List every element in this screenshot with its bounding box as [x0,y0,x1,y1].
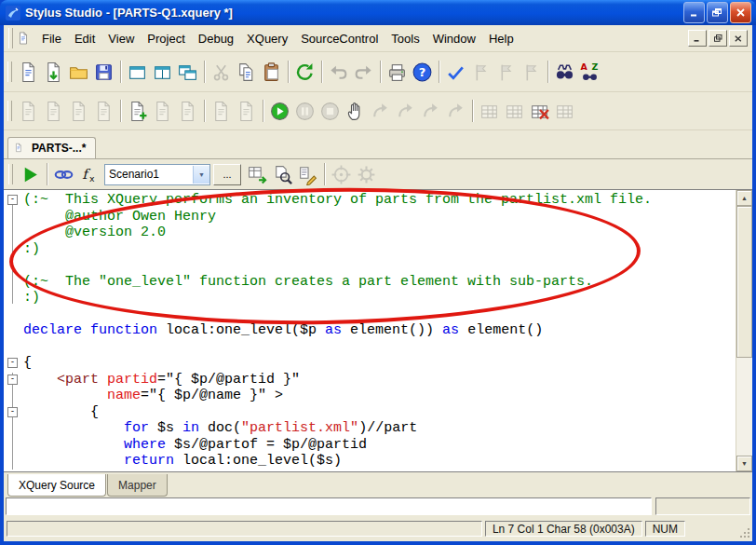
scenario-value: Scenario1 [105,168,193,181]
horizontal-scrollbar[interactable] [6,497,652,515]
scissors-icon [210,61,232,83]
undo-button [326,60,351,85]
scrollbar-thumb[interactable] [736,206,752,358]
scroll-up-icon[interactable]: ▲ [736,190,752,206]
flag-icon [520,61,542,83]
pause-debugging-button [292,99,317,124]
chevron-down-icon[interactable]: ▼ [193,166,209,184]
view-tab-mapper[interactable]: Mapper [107,474,168,497]
close-button[interactable] [730,2,751,23]
menu-item-project[interactable]: Project [141,28,191,49]
edit-mapping-button[interactable] [295,162,320,187]
menu-item-debug[interactable]: Debug [192,28,240,49]
print-button[interactable] [385,60,410,85]
save-button[interactable] [91,60,116,85]
find-button[interactable] [552,60,577,85]
toolbar-grip[interactable] [7,61,12,82]
grid-icon [479,101,500,122]
menu-item-help[interactable]: Help [482,28,520,49]
pause-execution-button[interactable] [343,99,368,124]
scroll-down-icon[interactable]: ▼ [736,456,752,471]
document-tab-label: PARTS-...* [32,142,86,155]
zoomdoc-icon [272,164,293,185]
open-file-button[interactable] [66,60,91,85]
view-tab-xquery-source[interactable]: XQuery Source [7,474,106,497]
preview-window-button[interactable] [270,162,295,187]
menu-item-view[interactable]: View [101,28,141,49]
step-into-button [368,99,393,124]
add-file-button[interactable] [125,99,150,124]
menu-item-xquery[interactable]: XQuery [240,28,294,49]
fold-marker[interactable]: - [7,407,18,417]
run-scenario-button[interactable] [18,162,43,187]
scenario-toolbar: fx Scenario1 ▼ ... [4,159,752,189]
help-button[interactable]: ? [410,60,435,85]
toolbar-separator [321,61,322,83]
stop-debugging-button [317,99,343,124]
scenario-select[interactable]: Scenario1 ▼ [104,164,210,185]
spell-check-button[interactable] [443,60,468,85]
cut-button [209,60,234,85]
fold-marker[interactable]: - [7,195,18,205]
document-tab-bar: PARTS-...* [4,130,752,159]
bookmark-clear-button [519,60,544,85]
fold-marker[interactable]: - [7,358,18,368]
svg-text:x: x [89,173,95,184]
new-window-button[interactable] [125,60,150,85]
toolbar-grip-2[interactable] [7,101,12,121]
cascade-windows-button[interactable] [175,60,200,85]
close-results-button[interactable] [527,99,552,124]
code-line: :) [23,290,736,307]
paste-button[interactable] [259,60,284,85]
scenario-browse-button[interactable]: ... [213,164,241,185]
mdi-restore-button[interactable] [709,30,727,47]
gridx-icon [529,101,550,122]
split-window-button[interactable] [150,60,175,85]
folder-icon [68,61,89,83]
tab-parts-q1[interactable]: PARTS-...* [7,137,96,158]
toolbar-separator [547,61,548,83]
mdi-minimize-button[interactable] [688,30,707,47]
docgray-icon [177,101,198,122]
toolbar-separator [120,61,121,83]
document-icon [17,30,34,47]
menu-item-tools[interactable]: Tools [385,28,425,49]
toolbar-separator [263,100,263,122]
fold-scope-line [12,373,13,470]
toolbar-separator [47,163,47,185]
toolbar-separator [380,61,381,83]
export-mapping-button[interactable] [245,162,270,187]
new-document-button[interactable] [16,60,41,85]
minimize-button[interactable] [683,2,705,23]
link-scenario-button[interactable] [51,162,76,187]
fold-marker[interactable]: - [7,375,18,385]
menu-grip[interactable] [8,28,13,48]
restore-button[interactable] [707,2,728,23]
menu-item-edit[interactable]: Edit [68,28,101,49]
title-bar[interactable]: Stylus Studio - [PARTS-Q1.xquery *] [0,0,756,25]
copy-icon [236,61,257,83]
vertical-scrollbar[interactable]: ▲ ▼ [736,190,752,471]
scenario-grip[interactable] [8,164,13,184]
menu-item-window[interactable]: Window [426,28,482,49]
copy-button[interactable] [234,60,259,85]
properties-button [175,99,200,124]
toolbar-separator [472,100,473,122]
code-line [23,257,736,274]
menu-item-file[interactable]: File [35,28,68,49]
find-replace-button[interactable]: AZ [577,60,602,85]
refresh-button[interactable] [292,60,317,85]
help-icon: ? [412,61,433,83]
resize-grip[interactable] [739,527,751,539]
code-editor[interactable]: (:~ This XQuery performs an inventory of… [23,192,736,471]
window-title: Stylus Studio - [PARTS-Q1.xquery *] [25,6,683,20]
toolbar-separator [204,100,205,122]
mdi-close-button[interactable] [729,30,748,47]
menu-item-sourcecontrol[interactable]: SourceControl [294,28,385,49]
bookmark-toggle-button [468,60,493,85]
save-as-button[interactable] [41,60,66,85]
function-browser-button[interactable]: fx [76,162,101,187]
lower-strip [4,497,752,516]
start-debugging-button[interactable] [267,99,292,124]
grid-icon [554,101,575,122]
